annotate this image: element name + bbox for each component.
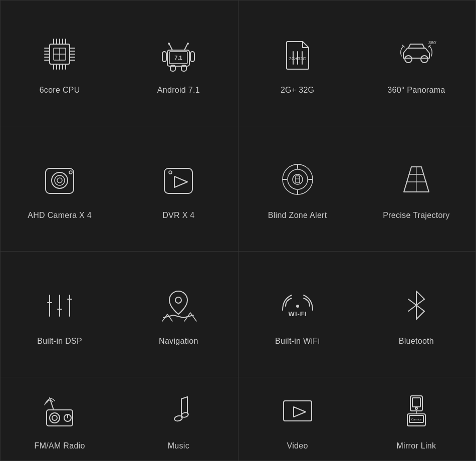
svg-point-72 bbox=[296, 305, 299, 308]
svg-point-46 bbox=[69, 171, 72, 174]
svg-point-49 bbox=[169, 171, 172, 174]
panorama-icon: 360° bbox=[394, 32, 439, 77]
ahd-camera-label: AHD Camera X 4 bbox=[28, 211, 92, 220]
camera-icon bbox=[37, 157, 82, 202]
svg-point-44 bbox=[55, 175, 65, 185]
svg-text:7.1: 7.1 bbox=[175, 55, 182, 61]
features-grid: 6core CPU 7.1 bbox=[0, 0, 476, 461]
cell-360-panorama: 360° 360° Panorama bbox=[357, 1, 476, 126]
dvr-icon bbox=[156, 157, 201, 202]
svg-line-78 bbox=[416, 311, 424, 319]
svg-line-29 bbox=[184, 44, 187, 50]
cell-fm-am-radio: FM/AM Radio bbox=[1, 377, 119, 461]
video-label: Video bbox=[287, 441, 308, 450]
svg-point-81 bbox=[50, 413, 60, 423]
svg-rect-53 bbox=[296, 176, 300, 183]
svg-marker-48 bbox=[174, 176, 187, 187]
bluetooth-label: Bluetooth bbox=[399, 337, 434, 346]
svg-point-28 bbox=[168, 43, 170, 45]
panorama-label: 360° Panorama bbox=[387, 86, 445, 95]
svg-line-27 bbox=[169, 44, 172, 50]
svg-point-82 bbox=[52, 415, 57, 420]
cell-navigation: Navigation bbox=[119, 252, 238, 377]
navigation-label: Navigation bbox=[159, 337, 198, 346]
simcard-label: 2G+ 32G bbox=[281, 86, 314, 95]
radio-icon bbox=[37, 387, 82, 432]
cell-music: Music bbox=[119, 377, 238, 461]
dsp-icon bbox=[37, 283, 82, 328]
svg-point-43 bbox=[52, 172, 68, 188]
cell-blind-zone: Blind Zone Alert bbox=[239, 126, 357, 252]
cell-dvr: DVR X 4 bbox=[119, 126, 238, 252]
video-icon bbox=[275, 387, 320, 432]
svg-marker-91 bbox=[294, 407, 306, 417]
6core-cpu-icon bbox=[37, 32, 82, 77]
cell-builtin-wifi: WI-FI Built-in WiFi bbox=[239, 252, 357, 377]
blindzone-icon bbox=[275, 157, 320, 202]
wifi-label: Built-in WiFi bbox=[275, 337, 320, 346]
svg-point-51 bbox=[288, 169, 308, 189]
svg-point-45 bbox=[57, 178, 62, 183]
blindzone-label: Blind Zone Alert bbox=[268, 211, 327, 220]
cell-video: Video bbox=[239, 377, 357, 461]
radio-label: FM/AM Radio bbox=[35, 441, 85, 450]
svg-point-40 bbox=[421, 56, 428, 63]
svg-line-77 bbox=[416, 291, 424, 299]
mirrorlink-icon: Carnice bbox=[394, 387, 439, 432]
android-label: Android 7.1 bbox=[157, 86, 200, 95]
cell-precise-traj: Precise Trajectory bbox=[357, 126, 476, 252]
simcard-icon: 2G+32G bbox=[275, 32, 320, 77]
svg-line-70 bbox=[173, 315, 183, 318]
svg-text:2G+32G: 2G+32G bbox=[289, 56, 306, 61]
dvr-label: DVR X 4 bbox=[162, 211, 194, 220]
cell-mirror-link: Carnice Mirror Link bbox=[357, 377, 476, 461]
svg-point-68 bbox=[175, 297, 181, 303]
cell-builtin-dsp: Built-in DSP bbox=[1, 252, 119, 377]
dsp-label: Built-in DSP bbox=[37, 337, 82, 346]
svg-point-30 bbox=[187, 43, 189, 45]
android-icon: 7.1 bbox=[156, 32, 201, 77]
cell-ahd-camera: AHD Camera X 4 bbox=[1, 126, 119, 252]
svg-text:Carnice: Carnice bbox=[411, 418, 422, 421]
svg-rect-90 bbox=[284, 401, 312, 421]
cell-6core-cpu: 6core CPU bbox=[1, 1, 119, 126]
music-icon bbox=[156, 387, 201, 432]
svg-line-87 bbox=[181, 397, 187, 399]
cell-android: 7.1 Android 7.1 bbox=[119, 1, 238, 126]
svg-point-39 bbox=[405, 56, 412, 63]
svg-rect-32 bbox=[190, 52, 194, 62]
svg-rect-31 bbox=[162, 52, 166, 62]
cell-bluetooth: Bluetooth bbox=[357, 252, 476, 377]
svg-text:360°: 360° bbox=[428, 40, 436, 45]
mirrorlink-label: Mirror Link bbox=[396, 441, 436, 450]
trajectory-label: Precise Trajectory bbox=[383, 211, 449, 220]
6core-cpu-label: 6core CPU bbox=[40, 86, 80, 95]
wifi-icon: WI-FI bbox=[275, 283, 320, 328]
cell-2g32g: 2G+32G 2G+ 32G bbox=[239, 1, 357, 126]
svg-point-89 bbox=[181, 412, 189, 418]
svg-rect-93 bbox=[412, 398, 420, 407]
music-label: Music bbox=[168, 441, 189, 450]
trajectory-icon bbox=[394, 157, 439, 202]
svg-point-94 bbox=[415, 407, 417, 409]
svg-text:WI-FI: WI-FI bbox=[288, 310, 307, 318]
navigation-icon bbox=[156, 283, 201, 328]
bluetooth-icon bbox=[394, 283, 439, 328]
